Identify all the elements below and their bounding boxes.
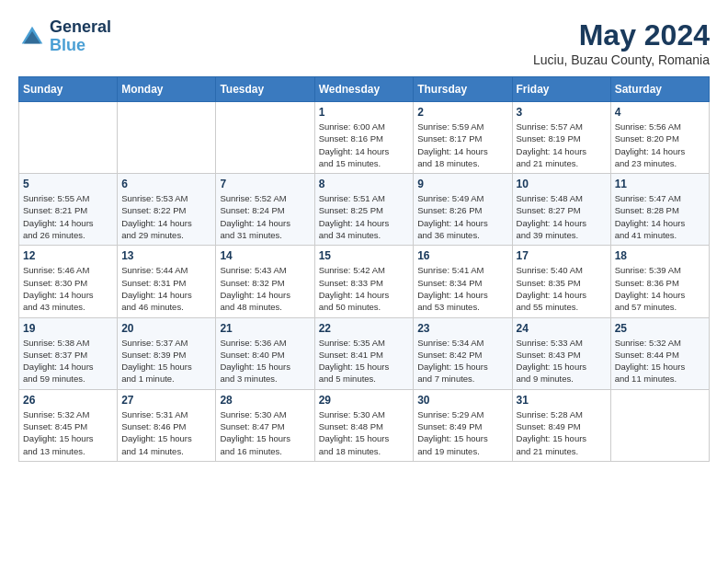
day-number: 14 (220, 249, 310, 262)
calendar-cell: 25Sunrise: 5:32 AMSunset: 8:44 PMDayligh… (610, 317, 709, 389)
day-info: Sunrise: 5:56 AMSunset: 8:20 PMDaylight:… (615, 121, 705, 169)
calendar-cell: 28Sunrise: 5:30 AMSunset: 8:47 PMDayligh… (216, 389, 314, 461)
calendar-cell (216, 102, 314, 174)
day-number: 15 (319, 249, 410, 262)
day-info: Sunrise: 5:53 AMSunset: 8:22 PMDaylight:… (121, 192, 211, 241)
day-info: Sunrise: 5:41 AMSunset: 8:34 PMDaylight:… (417, 264, 507, 313)
day-number: 9 (417, 178, 507, 190)
day-info: Sunrise: 5:47 AMSunset: 8:28 PMDaylight:… (615, 192, 705, 241)
calendar-cell: 1Sunrise: 6:00 AMSunset: 8:16 PMDaylight… (314, 102, 414, 174)
calendar-cell: 11Sunrise: 5:47 AMSunset: 8:28 PMDayligh… (610, 174, 709, 246)
day-number: 30 (417, 394, 507, 407)
day-number: 28 (220, 394, 310, 407)
calendar-cell: 13Sunrise: 5:44 AMSunset: 8:31 PMDayligh… (118, 246, 216, 317)
calendar-cell (610, 389, 709, 461)
day-info: Sunrise: 5:38 AMSunset: 8:37 PMDaylight:… (23, 337, 113, 385)
day-info: Sunrise: 5:49 AMSunset: 8:26 PMDaylight:… (417, 192, 507, 241)
day-info: Sunrise: 5:39 AMSunset: 8:36 PMDaylight:… (615, 264, 705, 313)
calendar-cell: 16Sunrise: 5:41 AMSunset: 8:34 PMDayligh… (414, 246, 512, 317)
location: Luciu, Buzau County, Romania (533, 52, 710, 67)
calendar-cell: 18Sunrise: 5:39 AMSunset: 8:36 PMDayligh… (610, 246, 709, 317)
calendar-cell: 26Sunrise: 5:32 AMSunset: 8:45 PMDayligh… (19, 389, 118, 461)
day-info: Sunrise: 5:32 AMSunset: 8:45 PMDaylight:… (23, 408, 113, 457)
day-info: Sunrise: 6:00 AMSunset: 8:16 PMDaylight:… (319, 121, 410, 169)
day-info: Sunrise: 5:36 AMSunset: 8:40 PMDaylight:… (220, 337, 310, 385)
calendar-cell: 24Sunrise: 5:33 AMSunset: 8:43 PMDayligh… (512, 317, 610, 389)
day-number: 7 (220, 178, 310, 190)
month-title: May 2024 (533, 18, 710, 52)
day-info: Sunrise: 5:29 AMSunset: 8:49 PMDaylight:… (417, 408, 507, 457)
calendar-cell: 22Sunrise: 5:35 AMSunset: 8:41 PMDayligh… (314, 317, 414, 389)
day-number: 16 (417, 249, 507, 262)
calendar-cell: 31Sunrise: 5:28 AMSunset: 8:49 PMDayligh… (512, 389, 610, 461)
calendar-cell: 3Sunrise: 5:57 AMSunset: 8:19 PMDaylight… (512, 102, 610, 174)
calendar-cell (118, 102, 216, 174)
day-info: Sunrise: 5:44 AMSunset: 8:31 PMDaylight:… (121, 264, 211, 313)
weekday-header: Friday (512, 77, 610, 102)
day-info: Sunrise: 5:51 AMSunset: 8:25 PMDaylight:… (319, 192, 410, 241)
calendar-cell: 27Sunrise: 5:31 AMSunset: 8:46 PMDayligh… (118, 389, 216, 461)
calendar-cell: 5Sunrise: 5:55 AMSunset: 8:21 PMDaylight… (19, 174, 118, 246)
calendar-cell: 15Sunrise: 5:42 AMSunset: 8:33 PMDayligh… (314, 246, 414, 317)
day-number: 23 (417, 322, 507, 335)
day-number: 21 (220, 322, 310, 335)
header: General Blue May 2024 Luciu, Buzau Count… (18, 18, 710, 67)
calendar-cell: 23Sunrise: 5:34 AMSunset: 8:42 PMDayligh… (414, 317, 512, 389)
day-number: 29 (319, 394, 410, 407)
calendar-cell: 29Sunrise: 5:30 AMSunset: 8:48 PMDayligh… (314, 389, 414, 461)
day-number: 24 (517, 322, 607, 335)
day-info: Sunrise: 5:34 AMSunset: 8:42 PMDaylight:… (417, 337, 507, 385)
calendar-cell: 4Sunrise: 5:56 AMSunset: 8:20 PMDaylight… (610, 102, 709, 174)
calendar-cell: 2Sunrise: 5:59 AMSunset: 8:17 PMDaylight… (414, 102, 512, 174)
day-number: 11 (615, 178, 705, 190)
day-info: Sunrise: 5:55 AMSunset: 8:21 PMDaylight:… (23, 192, 113, 241)
calendar-cell: 9Sunrise: 5:49 AMSunset: 8:26 PMDaylight… (414, 174, 512, 246)
day-number: 6 (121, 178, 211, 190)
calendar-cell: 20Sunrise: 5:37 AMSunset: 8:39 PMDayligh… (118, 317, 216, 389)
logo-icon (18, 23, 46, 51)
day-info: Sunrise: 5:57 AMSunset: 8:19 PMDaylight:… (517, 121, 607, 169)
calendar-cell: 19Sunrise: 5:38 AMSunset: 8:37 PMDayligh… (19, 317, 118, 389)
day-number: 26 (23, 394, 113, 407)
calendar-cell: 14Sunrise: 5:43 AMSunset: 8:32 PMDayligh… (216, 246, 314, 317)
title-area: May 2024 Luciu, Buzau County, Romania (533, 18, 710, 67)
logo-line2: Blue (50, 36, 85, 54)
logo-text: General Blue (50, 18, 111, 55)
day-number: 10 (517, 178, 607, 190)
day-number: 4 (615, 106, 705, 119)
weekday-header: Sunday (19, 77, 118, 102)
calendar-cell: 21Sunrise: 5:36 AMSunset: 8:40 PMDayligh… (216, 317, 314, 389)
calendar-cell: 12Sunrise: 5:46 AMSunset: 8:30 PMDayligh… (19, 246, 118, 317)
day-number: 20 (121, 322, 211, 335)
day-number: 5 (23, 178, 113, 190)
day-info: Sunrise: 5:32 AMSunset: 8:44 PMDaylight:… (615, 337, 705, 385)
day-info: Sunrise: 5:30 AMSunset: 8:48 PMDaylight:… (319, 408, 410, 457)
day-number: 2 (417, 106, 507, 119)
weekday-header: Thursday (414, 77, 512, 102)
day-number: 1 (319, 106, 410, 119)
day-number: 8 (319, 178, 410, 190)
day-info: Sunrise: 5:46 AMSunset: 8:30 PMDaylight:… (23, 264, 113, 313)
day-number: 3 (517, 106, 607, 119)
day-number: 13 (121, 249, 211, 262)
day-info: Sunrise: 5:33 AMSunset: 8:43 PMDaylight:… (517, 337, 607, 385)
weekday-header: Wednesday (314, 77, 414, 102)
page: General Blue May 2024 Luciu, Buzau Count… (0, 0, 728, 471)
day-number: 19 (23, 322, 113, 335)
calendar-cell: 8Sunrise: 5:51 AMSunset: 8:25 PMDaylight… (314, 174, 414, 246)
weekday-header: Monday (118, 77, 216, 102)
calendar-cell: 10Sunrise: 5:48 AMSunset: 8:27 PMDayligh… (512, 174, 610, 246)
day-info: Sunrise: 5:31 AMSunset: 8:46 PMDaylight:… (121, 408, 211, 457)
day-info: Sunrise: 5:42 AMSunset: 8:33 PMDaylight:… (319, 264, 410, 313)
day-number: 25 (615, 322, 705, 335)
day-number: 27 (121, 394, 211, 407)
day-number: 22 (319, 322, 410, 335)
weekday-header: Saturday (610, 77, 709, 102)
weekday-header: Tuesday (216, 77, 314, 102)
day-number: 12 (23, 249, 113, 262)
day-info: Sunrise: 5:43 AMSunset: 8:32 PMDaylight:… (220, 264, 310, 313)
day-info: Sunrise: 5:35 AMSunset: 8:41 PMDaylight:… (319, 337, 410, 385)
day-info: Sunrise: 5:48 AMSunset: 8:27 PMDaylight:… (517, 192, 607, 241)
day-info: Sunrise: 5:40 AMSunset: 8:35 PMDaylight:… (517, 264, 607, 313)
day-number: 17 (517, 249, 607, 262)
